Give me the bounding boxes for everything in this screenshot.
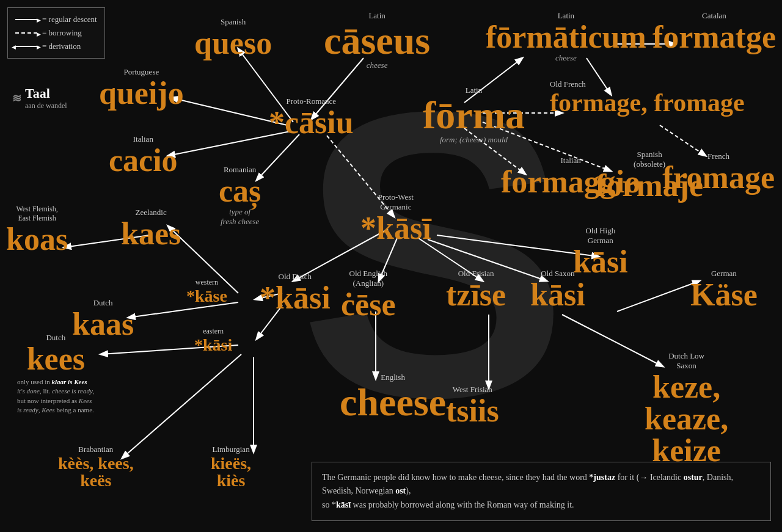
node-romanian-cas: Romanian caș type offresh cheese <box>219 165 261 227</box>
node-zeelandic: Zeelandic kaes <box>121 208 181 250</box>
node-german-kase: German Käse <box>690 269 758 311</box>
main-container: S ▶ = regular descent ▶ = borrowing ◀ <box>0 0 782 532</box>
node-latin-caseus: Latin cāseus cheese <box>324 11 430 70</box>
node-latin-formaticum: Latin fōrmāticum cheese <box>486 11 646 63</box>
node-english-cheese: English cheese <box>340 373 446 422</box>
info-text: The Germanic people did know how to make… <box>322 473 733 509</box>
info-box: The Germanic people did know how to make… <box>312 462 771 521</box>
node-west-flemish: West Flemish,East Flemish koas <box>6 205 68 255</box>
node-dutch-kees: Dutch kees only used in klaar is Kees it… <box>17 333 95 415</box>
legend-box: ▶ = regular descent ▶ = borrowing ◀ ▶ = … <box>7 7 105 59</box>
node-latin-forma: Latin fōrma form; (cheese) mould <box>423 86 525 145</box>
svg-line-5 <box>257 134 299 180</box>
legend-item-derivation: ◀ ▶ = derivation <box>15 40 97 53</box>
node-portuguese-queijo: Portuguese queijo <box>99 67 184 109</box>
node-catalan-formatge: Catalan formatge <box>652 11 776 53</box>
node-italian-cacio: Italian cacio <box>109 134 178 177</box>
node-old-frisian: Old Frisian tzīse <box>446 269 506 311</box>
svg-line-22 <box>617 281 700 312</box>
node-west-frisian: West Frisian tsiis <box>446 385 499 427</box>
legend-item-borrowing: ▶ = borrowing <box>15 26 97 40</box>
node-spanish-queso: Spanish queso <box>194 17 272 59</box>
taal-logo: ≋ Taal aan de wandel <box>12 86 67 111</box>
node-old-dutch: Old Dutch *kāsi <box>260 272 331 314</box>
node-old-french: Old French formage, fromage <box>550 79 745 115</box>
node-old-english-anglian: Old English(Anglian) ċēse <box>341 269 395 321</box>
node-limburgian: Limburgian kieës,kiès <box>211 445 251 489</box>
node-old-dutch-eastern: eastern *kāsi <box>194 327 232 354</box>
node-old-dutch-western: western *kāse <box>186 278 227 305</box>
taal-subtitle: aan de wandel <box>25 101 67 111</box>
node-old-high-german: Old HighGerman kāsi <box>573 226 628 278</box>
node-proto-romance: Proto-Romance *cāsiu <box>269 97 354 139</box>
node-brabantian: Brabantian kèès, kees,keës <box>58 445 134 489</box>
node-proto-west-germanic: Proto-WestGermanic *kāsī <box>360 192 431 244</box>
node-dutch-low-saxon: Dutch LowSaxon keze,keaze,keize <box>645 351 728 467</box>
svg-line-27 <box>122 354 241 458</box>
taal-name: Taal <box>25 86 50 101</box>
node-spanish-obsolete: Spanish(obsolete) formaje <box>596 150 703 202</box>
taal-wave-icon: ≋ <box>12 92 21 105</box>
legend-item-regular: ▶ = regular descent <box>15 13 97 26</box>
